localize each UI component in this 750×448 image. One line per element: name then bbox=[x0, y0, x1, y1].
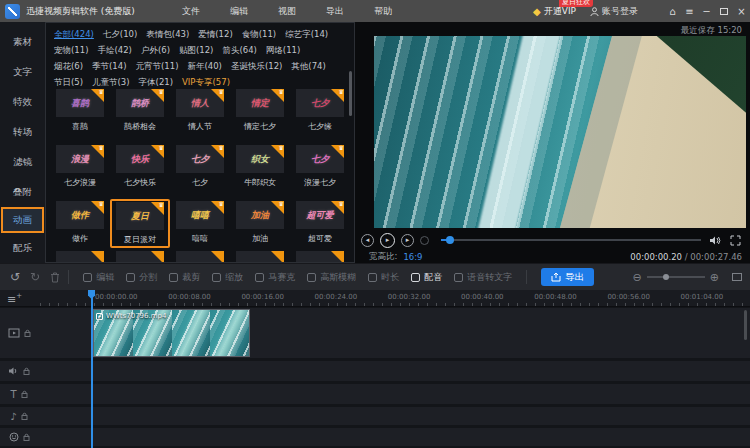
sticker-item-12[interactable]: 嘻嘻♛嘻嘻 bbox=[170, 199, 230, 248]
sticker-item-2[interactable]: 情人♛情人节 bbox=[170, 87, 230, 134]
sticker-tab-6[interactable]: 宠物(11) bbox=[54, 44, 88, 56]
sticker-tab-1[interactable]: 七夕(10) bbox=[103, 28, 137, 40]
volume-icon[interactable] bbox=[709, 235, 721, 246]
track-row-music[interactable]: ♪ bbox=[0, 407, 750, 425]
sticker-tab-7[interactable]: 手绘(42) bbox=[97, 44, 131, 56]
sticker-item-1[interactable]: 鹊桥♛鹊桥相会 bbox=[110, 87, 170, 134]
seek-handle[interactable] bbox=[446, 236, 454, 244]
sticker-tab-11[interactable]: 网络(11) bbox=[266, 44, 300, 56]
toolbar-button-2[interactable]: 裁剪 bbox=[169, 271, 200, 284]
sticker-item-4[interactable]: 七夕♛七夕缘 bbox=[290, 87, 350, 134]
zoom-out-icon[interactable]: ⊖ bbox=[633, 271, 642, 284]
lock-track-icon[interactable] bbox=[23, 367, 30, 375]
sticker-tab-4[interactable]: 食物(11) bbox=[242, 28, 276, 40]
menu-item-3[interactable]: 导出 bbox=[311, 5, 359, 18]
sticker-tab-10[interactable]: 箭头(64) bbox=[222, 44, 256, 56]
toolbar-button-3[interactable]: 缩放 bbox=[212, 271, 243, 284]
account-login-button[interactable]: 账号登录 bbox=[590, 5, 638, 18]
sticker-tab-8[interactable]: 户外(6) bbox=[141, 44, 170, 56]
sidebar-item-3[interactable]: 转场 bbox=[0, 117, 45, 147]
sticker-item-13[interactable]: 加油♛加油 bbox=[230, 199, 290, 248]
aspect-ratio-value[interactable]: 16:9 bbox=[403, 252, 422, 262]
sticker-tab-14[interactable]: 元宵节(11) bbox=[136, 60, 179, 72]
sticker-item-10[interactable]: 做作♛做作 bbox=[50, 199, 110, 248]
toolbar-button-4[interactable]: 马赛克 bbox=[255, 271, 295, 284]
timeline-ruler[interactable]: ≡+ 00:00:00.0000:00:08.0000:00:16.0000:0… bbox=[0, 290, 750, 307]
zoom-in-icon[interactable]: ⊕ bbox=[710, 271, 719, 284]
seek-bar[interactable] bbox=[441, 239, 701, 241]
track-manager-icon[interactable]: ≡+ bbox=[7, 292, 22, 306]
sticker-tab-0[interactable]: 全部(424) bbox=[54, 28, 94, 40]
menu-item-1[interactable]: 编辑 bbox=[215, 5, 263, 18]
next-frame-button[interactable]: ▸ bbox=[401, 234, 414, 247]
sidebar-item-2[interactable]: 特效 bbox=[0, 87, 45, 117]
sticker-thumb-partial[interactable] bbox=[56, 251, 104, 263]
open-vip-button[interactable]: ◆ 开通VIP 夏日狂欢 bbox=[533, 5, 576, 18]
toolbar-button-5[interactable]: 高斯模糊 bbox=[307, 271, 356, 284]
fullscreen-icon[interactable] bbox=[730, 235, 741, 246]
track-row-sticker[interactable] bbox=[0, 428, 750, 446]
menu-item-0[interactable]: 文件 bbox=[167, 5, 215, 18]
toolbar-button-0[interactable]: 编辑 bbox=[83, 271, 114, 284]
fit-timeline-icon[interactable] bbox=[732, 273, 742, 281]
track-row-text[interactable]: T bbox=[0, 384, 750, 404]
timeline-scrollbar[interactable] bbox=[744, 310, 747, 340]
sidebar-item-0[interactable]: 素材 bbox=[0, 27, 45, 57]
sticker-tab-9[interactable]: 贴图(12) bbox=[179, 44, 213, 56]
sticker-item-0[interactable]: 喜鹊♛喜鹊 bbox=[50, 87, 110, 134]
sidebar-item-1[interactable]: 文字 bbox=[0, 57, 45, 87]
home-icon[interactable]: ⌂ bbox=[664, 6, 681, 17]
sidebar-item-7[interactable]: 配乐 bbox=[0, 233, 45, 263]
playhead[interactable] bbox=[91, 290, 93, 448]
prev-frame-button[interactable]: ◂ bbox=[361, 234, 374, 247]
menu-item-2[interactable]: 视图 bbox=[263, 5, 311, 18]
lock-track-icon[interactable] bbox=[24, 329, 31, 337]
main-menu-icon[interactable]: ≡ bbox=[681, 6, 698, 17]
sticker-tab-17[interactable]: 其他(74) bbox=[291, 60, 325, 72]
lock-track-icon[interactable] bbox=[21, 412, 28, 420]
sidebar-item-6[interactable]: 动画 bbox=[1, 207, 44, 233]
toolbar-button-1[interactable]: 分割 bbox=[126, 271, 157, 284]
sticker-thumb-partial[interactable] bbox=[176, 251, 224, 263]
sticker-tab-13[interactable]: 季节(14) bbox=[92, 60, 126, 72]
zoom-slider-handle[interactable] bbox=[663, 274, 669, 280]
sidebar-item-4[interactable]: 滤镜 bbox=[0, 147, 45, 177]
sticker-tab-3[interactable]: 爱情(12) bbox=[198, 28, 232, 40]
snapshot-button[interactable] bbox=[420, 236, 429, 245]
sticker-thumb-partial[interactable] bbox=[236, 251, 284, 263]
lock-track-icon[interactable] bbox=[21, 390, 28, 398]
sidebar-item-5[interactable]: 叠附 bbox=[0, 177, 45, 207]
play-button[interactable]: ▸ bbox=[380, 233, 395, 248]
menu-item-4[interactable]: 帮助 bbox=[359, 5, 407, 18]
sticker-tab-2[interactable]: 表情包(43) bbox=[146, 28, 189, 40]
sticker-item-14[interactable]: 超可爱♛超可爱 bbox=[290, 199, 350, 248]
toolbar-button-6[interactable]: 时长 bbox=[368, 271, 399, 284]
sticker-tab-5[interactable]: 综艺字(14) bbox=[285, 28, 328, 40]
maximize-button[interactable] bbox=[720, 8, 728, 15]
toolbar-button-8[interactable]: 语音转文字 bbox=[454, 271, 512, 284]
redo-button[interactable]: ↻ bbox=[30, 270, 40, 284]
zoom-slider[interactable] bbox=[647, 276, 705, 278]
sticker-item-8[interactable]: 织女♛牛郎织女 bbox=[230, 143, 290, 190]
sticker-item-6[interactable]: 快乐♛七夕快乐 bbox=[110, 143, 170, 190]
track-row-video[interactable]: ▸WWts70796.mp4 bbox=[0, 308, 750, 358]
close-button[interactable]: × bbox=[733, 6, 750, 17]
toolbar-button-7[interactable]: 配音 bbox=[411, 271, 442, 284]
sticker-thumb-partial[interactable] bbox=[116, 251, 164, 263]
lock-track-icon[interactable] bbox=[23, 433, 30, 441]
undo-button[interactable]: ↺ bbox=[10, 270, 20, 284]
sticker-thumb-partial[interactable] bbox=[296, 251, 344, 263]
delete-button[interactable] bbox=[50, 272, 60, 283]
sticker-item-7[interactable]: 七夕♛七夕 bbox=[170, 143, 230, 190]
sticker-item-11[interactable]: 夏日♛夏日派对 bbox=[110, 199, 170, 248]
sticker-tab-12[interactable]: 烟花(6) bbox=[54, 60, 83, 72]
sticker-item-5[interactable]: 浪漫♛七夕浪漫 bbox=[50, 143, 110, 190]
minimize-button[interactable]: ─ bbox=[698, 6, 715, 17]
sticker-item-9[interactable]: 七夕♛浪漫七夕 bbox=[290, 143, 350, 190]
video-preview[interactable] bbox=[374, 36, 746, 228]
track-row-audio[interactable] bbox=[0, 361, 750, 381]
sticker-item-3[interactable]: 情定♛情定七夕 bbox=[230, 87, 290, 134]
export-button[interactable]: 导出 bbox=[541, 268, 594, 286]
sticker-tab-16[interactable]: 圣诞快乐(12) bbox=[231, 60, 282, 72]
panel-scrollbar[interactable] bbox=[349, 71, 352, 116]
